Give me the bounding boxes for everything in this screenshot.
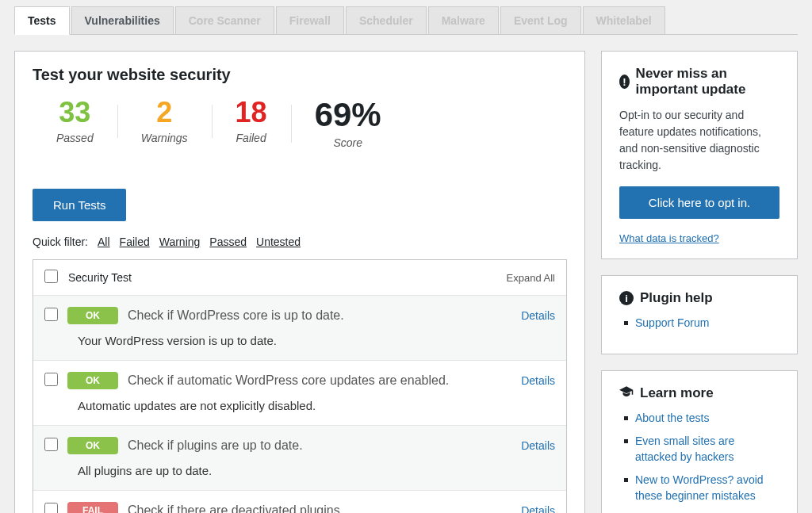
table-row: FAIL Check if there are deactivated plug… (33, 491, 566, 513)
quick-filter-warning[interactable]: Warning (159, 235, 201, 248)
quick-filter-all[interactable]: All (98, 235, 110, 248)
learn-link-about[interactable]: About the tests (635, 412, 709, 424)
row-title: Check if plugins are up to date. (128, 438, 511, 453)
table-header-label: Security Test (68, 271, 132, 284)
row-title: Check if there are deactivated plugins. (128, 503, 511, 513)
info-icon: i (619, 291, 634, 305)
optin-button[interactable]: Click here to opt in. (619, 186, 779, 219)
plugin-help-card: i Plugin help Support Forum (601, 275, 798, 354)
stat-score-value: 69% (315, 98, 381, 132)
table-row: OK Check if WordPress core is up to date… (33, 296, 566, 361)
plugin-help-heading: Plugin help (640, 290, 713, 306)
details-link[interactable]: Details (521, 309, 555, 322)
row-checkbox[interactable] (44, 373, 58, 386)
stat-passed-value: 33 (56, 98, 94, 127)
stat-warnings: 2 Warnings (117, 98, 212, 144)
tab-core-scanner[interactable]: Core Scanner (175, 6, 274, 34)
stat-warnings-value: 2 (141, 98, 188, 127)
quick-filter-passed[interactable]: Passed (209, 235, 247, 248)
quick-filter-label: Quick filter: (33, 235, 88, 248)
row-checkbox[interactable] (44, 438, 58, 451)
tab-tests[interactable]: Tests (14, 6, 70, 35)
expand-all-link[interactable]: Expand All (507, 272, 555, 284)
quick-filter: Quick filter: All Failed Warning Passed … (33, 235, 567, 248)
tab-firewall[interactable]: Firewall (276, 6, 344, 34)
stat-score: 69% Score (291, 98, 405, 149)
select-all-checkbox[interactable] (44, 270, 58, 283)
exclamation-icon: ! (619, 75, 630, 89)
status-badge: FAIL (67, 502, 118, 513)
stat-failed: 18 Failed (212, 98, 291, 144)
learn-link-beginner[interactable]: New to WordPress? avoid these beginner m… (635, 473, 764, 502)
tab-event-log[interactable]: Event Log (500, 6, 581, 34)
run-tests-button[interactable]: Run Tests (33, 189, 126, 221)
tab-whitelabel[interactable]: Whitelabel (583, 6, 665, 34)
learn-link-small-sites[interactable]: Even small sites are attacked by hackers (635, 435, 734, 463)
tests-card: Test your website security 33 Passed 2 W… (14, 51, 585, 513)
row-desc: All plugins are up to date. (78, 464, 555, 477)
learn-more-card: Learn more About the tests Even small si… (601, 370, 798, 513)
card-heading: Test your website security (33, 66, 567, 84)
support-forum-link[interactable]: Support Forum (635, 316, 709, 329)
stat-warnings-label: Warnings (141, 132, 188, 144)
details-link[interactable]: Details (521, 504, 555, 513)
learn-more-heading: Learn more (640, 385, 714, 401)
details-link[interactable]: Details (521, 439, 555, 452)
row-desc: Automatic updates are not explicitly dis… (78, 399, 555, 412)
graduation-cap-icon (619, 385, 634, 401)
tabs-bar: Tests Vulnerabilities Core Scanner Firew… (14, 6, 798, 35)
stat-score-label: Score (315, 136, 381, 149)
optin-heading: Never miss an important update (636, 66, 779, 98)
tab-vulnerabilities[interactable]: Vulnerabilities (71, 6, 174, 34)
table-row: OK Check if automatic WordPress core upd… (33, 361, 566, 426)
status-badge: OK (67, 437, 118, 454)
status-badge: OK (67, 307, 118, 324)
stat-passed: 33 Passed (33, 98, 117, 144)
tab-malware[interactable]: Malware (428, 6, 499, 34)
quick-filter-untested[interactable]: Untested (256, 235, 301, 248)
stats-row: 33 Passed 2 Warnings 18 Failed 69% Score (33, 98, 567, 149)
status-badge: OK (67, 372, 118, 389)
stat-passed-label: Passed (56, 132, 94, 144)
details-link[interactable]: Details (521, 374, 555, 387)
row-title: Check if automatic WordPress core update… (128, 373, 511, 388)
table-header: Security Test Expand All (33, 260, 566, 296)
row-checkbox[interactable] (44, 308, 58, 321)
row-desc: Your WordPress version is up to date. (78, 334, 555, 347)
tests-table: Security Test Expand All OK Check if Wor… (33, 259, 567, 513)
table-row: OK Check if plugins are up to date. Deta… (33, 426, 566, 491)
optin-tracked-link[interactable]: What data is tracked? (619, 232, 719, 244)
optin-card: ! Never miss an important update Opt-in … (601, 51, 798, 259)
quick-filter-failed[interactable]: Failed (120, 235, 150, 248)
stat-failed-value: 18 (236, 98, 267, 127)
stat-failed-label: Failed (236, 132, 267, 144)
row-title: Check if WordPress core is up to date. (128, 308, 511, 323)
row-checkbox[interactable] (44, 503, 58, 513)
optin-text: Opt-in to our security and feature updat… (619, 107, 779, 174)
tab-scheduler[interactable]: Scheduler (346, 6, 427, 34)
